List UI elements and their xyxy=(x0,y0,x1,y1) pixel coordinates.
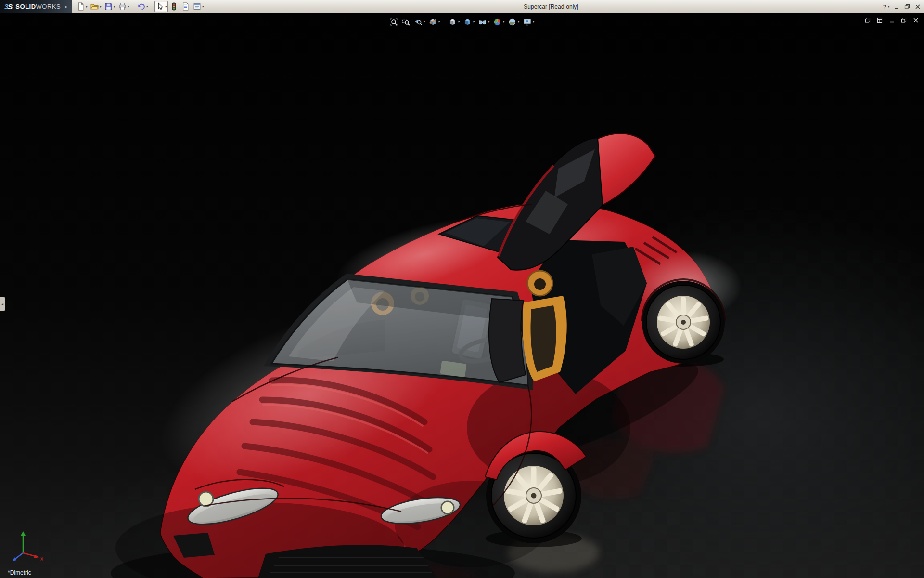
restore-icon xyxy=(904,3,911,10)
dropdown-arrow-icon[interactable]: ▾ xyxy=(887,5,889,9)
file-properties-icon xyxy=(181,2,190,11)
view-orientation-cube-icon xyxy=(449,18,457,26)
window-controls: ? ▾ xyxy=(883,0,921,13)
file-properties-button[interactable] xyxy=(180,1,191,12)
save-icon xyxy=(104,2,113,11)
supercar-model[interactable] xyxy=(0,13,924,578)
rebuild-traffic-light-icon xyxy=(170,2,178,11)
zoom-to-area-button[interactable] xyxy=(400,16,411,27)
dropdown-arrow-icon[interactable]: ▾ xyxy=(127,5,129,9)
undo-icon xyxy=(137,2,145,11)
zoom-to-area-icon xyxy=(402,18,410,26)
document-minimize-button[interactable] xyxy=(888,17,895,24)
new-document-icon xyxy=(77,2,85,11)
dropdown-arrow-icon[interactable]: ▾ xyxy=(502,20,504,24)
cascade-window-button[interactable] xyxy=(864,17,871,24)
edit-appearance-ball-icon xyxy=(493,18,501,26)
toolbar-separator xyxy=(133,2,133,11)
close-button[interactable] xyxy=(914,3,921,10)
options-window-icon xyxy=(193,2,201,11)
tile-window-button[interactable] xyxy=(876,17,883,24)
brand-text: SOLIDWORKS xyxy=(15,3,61,10)
hide-show-items-button[interactable]: ▾ xyxy=(477,16,491,27)
solidworks-logo: 3S SOLIDWORKS ▸ xyxy=(0,0,72,13)
3ds-logo-icon: 3S xyxy=(4,2,12,11)
viewport-3d[interactable]: ▾ ▾ ▾ ▾ ▾ ▾ ▾ ▾ xyxy=(0,13,924,578)
rebuild-button[interactable] xyxy=(168,1,180,12)
featuremanager-collapse-tab[interactable]: ◂ xyxy=(0,297,5,311)
select-button[interactable]: ▾ xyxy=(154,1,168,12)
undo-button[interactable]: ▾ xyxy=(136,1,149,12)
close-icon xyxy=(914,3,921,10)
triad-x-axis xyxy=(34,555,39,559)
dropdown-arrow-icon[interactable]: ▾ xyxy=(99,5,101,9)
dropdown-arrow-icon[interactable]: ▾ xyxy=(473,20,475,24)
dropdown-arrow-icon[interactable]: ▾ xyxy=(165,5,167,9)
apply-scene-icon xyxy=(508,18,516,26)
tile-window-icon xyxy=(876,17,883,24)
dropdown-arrow-icon[interactable]: ▾ xyxy=(113,5,115,9)
new-document-button[interactable]: ▾ xyxy=(75,1,89,12)
dropdown-arrow-icon[interactable]: ▾ xyxy=(458,20,460,24)
view-orientation-button[interactable]: ▾ xyxy=(447,16,461,27)
open-button[interactable]: ▾ xyxy=(89,1,103,12)
print-icon xyxy=(118,2,127,11)
orientation-triad: x xyxy=(7,529,47,567)
dropdown-arrow-icon[interactable]: ▾ xyxy=(532,20,534,24)
minimize-icon xyxy=(893,3,900,10)
dropdown-arrow-icon[interactable]: ▾ xyxy=(517,20,519,24)
zoom-to-fit-button[interactable] xyxy=(388,16,399,27)
driver-seat[interactable] xyxy=(489,299,526,382)
save-button[interactable]: ▾ xyxy=(103,1,116,12)
triad-y-axis xyxy=(21,531,26,536)
headsup-toolbar: ▾ ▾ ▾ ▾ ▾ ▾ ▾ ▾ xyxy=(388,16,536,27)
previous-view-button[interactable]: ▾ xyxy=(412,16,426,27)
document-close-button[interactable] xyxy=(912,17,919,24)
restore-button[interactable] xyxy=(904,3,911,10)
dropdown-arrow-icon[interactable]: ▾ xyxy=(423,20,425,24)
headlight-left-projector xyxy=(199,492,213,506)
previous-view-icon xyxy=(414,18,422,26)
apply-scene-button[interactable]: ▾ xyxy=(507,16,521,27)
window-title: Supercar [Read-only] xyxy=(524,0,578,13)
open-folder-icon xyxy=(90,2,99,11)
dropdown-arrow-icon[interactable]: ▾ xyxy=(488,20,489,24)
select-cursor-icon xyxy=(156,2,164,11)
help-button[interactable]: ? ▾ xyxy=(883,3,889,11)
headlight-right-projector xyxy=(441,501,454,514)
cascade-window-icon xyxy=(864,17,871,24)
triad-x-label: x xyxy=(40,555,43,562)
edit-appearance-button[interactable]: ▾ xyxy=(492,16,506,27)
dropdown-arrow-icon[interactable]: ▾ xyxy=(438,20,440,24)
dropdown-arrow-icon[interactable]: ▾ xyxy=(146,5,148,9)
titlebar: 3S SOLIDWORKS ▸ ▾ ▾ ▾ ▾ ▾ ▾ xyxy=(0,0,924,13)
section-view-button[interactable]: ▾ xyxy=(427,16,441,27)
main-toolbar: ▾ ▾ ▾ ▾ ▾ ▾ xyxy=(72,1,208,12)
print-button[interactable]: ▾ xyxy=(117,1,130,12)
dropdown-arrow-icon[interactable]: ▾ xyxy=(202,5,204,9)
hide-show-glasses-icon xyxy=(478,18,487,26)
view-orientation-label: *Dimetric xyxy=(8,569,31,576)
logo-expand-arrow[interactable]: ▸ xyxy=(65,4,67,9)
restore-icon xyxy=(900,17,907,24)
toolbar-separator xyxy=(152,2,152,11)
options-button[interactable]: ▾ xyxy=(192,1,205,12)
rear-wheel[interactable] xyxy=(642,279,725,364)
minimize-button[interactable] xyxy=(893,3,900,10)
minimize-icon xyxy=(888,17,895,24)
display-style-icon xyxy=(463,18,472,26)
view-settings-button[interactable]: ▾ xyxy=(522,16,536,27)
document-restore-button[interactable] xyxy=(900,17,907,24)
zoom-to-fit-icon xyxy=(390,18,398,26)
display-style-button[interactable]: ▾ xyxy=(462,16,476,27)
close-icon xyxy=(912,17,919,24)
dropdown-arrow-icon[interactable]: ▾ xyxy=(85,5,87,9)
view-settings-icon xyxy=(523,18,531,26)
document-window-controls xyxy=(864,17,919,24)
section-view-icon xyxy=(429,18,437,26)
